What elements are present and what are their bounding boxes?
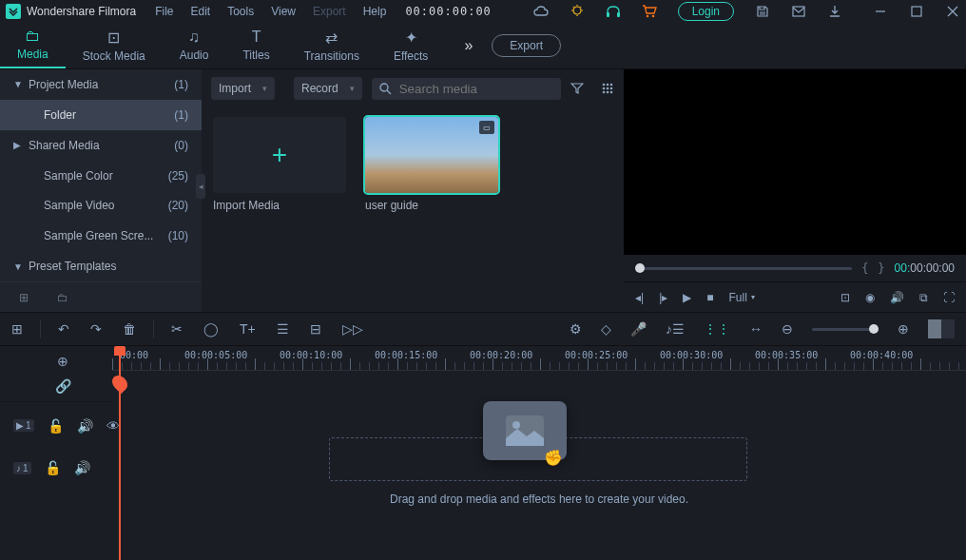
sidebar-item-preset-templates[interactable]: ▼Preset Templates xyxy=(0,251,202,281)
snapshot-icon[interactable]: ◉ xyxy=(865,291,875,304)
tl-options-icon[interactable]: ⊞ xyxy=(11,321,23,337)
add-track-icon[interactable]: ⊕ xyxy=(57,354,68,369)
stock-icon: ⊡ xyxy=(107,29,120,47)
video-badge-icon: ▭ xyxy=(479,121,494,134)
media-sidebar: ▼Project Media(1) Folder(1) ▶Shared Medi… xyxy=(0,69,202,312)
timeline-drop-zone[interactable]: ✊ Drag and drop media and effects here t… xyxy=(112,401,966,489)
download-icon[interactable] xyxy=(827,4,842,19)
tabs-more-icon[interactable]: » xyxy=(464,37,473,54)
chevron-down-icon: ▾ xyxy=(262,84,267,93)
timeline-body[interactable]: 00:00 00:00:05:00 00:00:10:00 00:00:15:0… xyxy=(112,346,966,560)
filter-icon[interactable] xyxy=(570,82,584,95)
menu-tools[interactable]: Tools xyxy=(227,5,254,18)
mute-icon[interactable]: 🔊 xyxy=(77,418,93,434)
sidebar-item-shared-media[interactable]: ▶Shared Media(0) xyxy=(0,130,202,161)
tab-effects[interactable]: ✦Effects xyxy=(377,22,445,68)
mute-icon[interactable]: 🔊 xyxy=(74,460,90,475)
import-dropdown[interactable]: Import▾ xyxy=(211,77,275,100)
svg-point-15 xyxy=(607,91,609,94)
save-icon[interactable] xyxy=(755,4,770,19)
audio-track-header[interactable]: ♪1 🔓 🔊 xyxy=(0,449,112,487)
zoom-out-icon[interactable]: ⊖ xyxy=(782,321,793,337)
media-clip-tile[interactable]: ▭ user guide xyxy=(365,117,498,212)
lock-icon[interactable]: 🔓 xyxy=(45,460,61,475)
preview-scrubber[interactable] xyxy=(635,267,852,270)
sidebar-item-folder[interactable]: Folder(1) xyxy=(0,100,202,130)
next-frame-icon[interactable]: |▸ xyxy=(659,291,667,304)
search-input[interactable] xyxy=(399,82,553,96)
crop-icon[interactable]: ⊟ xyxy=(310,321,321,337)
sidebar-item-project-media[interactable]: ▼Project Media(1) xyxy=(0,69,202,100)
volume-icon[interactable]: 🔊 xyxy=(890,291,904,304)
tl-gear-icon[interactable]: ⚙ xyxy=(570,321,582,337)
prev-frame-icon[interactable]: ◂| xyxy=(635,291,644,304)
cloud-icon[interactable] xyxy=(533,4,549,19)
tab-transitions[interactable]: ⇄Transitions xyxy=(287,22,377,68)
minimize-icon[interactable] xyxy=(873,4,888,19)
stop-icon[interactable]: ■ xyxy=(706,291,713,304)
login-button[interactable]: Login xyxy=(678,2,734,21)
playhead[interactable] xyxy=(119,346,121,560)
auto-ripple-icon[interactable]: ⋮⋮ xyxy=(704,321,730,337)
svg-point-0 xyxy=(573,7,581,14)
menu-view[interactable]: View xyxy=(271,5,296,18)
marker-icon[interactable]: ◇ xyxy=(601,321,611,337)
tab-titles[interactable]: TTitles xyxy=(225,22,286,68)
export-button[interactable]: Export xyxy=(492,34,561,57)
video-track-header[interactable]: ▶1 🔓 🔊 👁 xyxy=(0,401,112,449)
sidebar-collapse-icon[interactable]: ◂ xyxy=(196,174,205,199)
titlebar: Wondershare Filmora File Edit Tools View… xyxy=(0,0,966,22)
tl-view-toggle[interactable] xyxy=(928,319,955,338)
svg-rect-6 xyxy=(912,7,921,16)
split-icon[interactable]: ✂ xyxy=(171,321,183,337)
menu-help[interactable]: Help xyxy=(363,5,387,18)
snap-icon[interactable]: ↔ xyxy=(749,321,763,337)
quality-dropdown[interactable]: Full▾ xyxy=(729,291,755,304)
menu-file[interactable]: File xyxy=(155,5,173,18)
adjust-icon[interactable]: ☰ xyxy=(277,321,289,337)
fullscreen-icon[interactable]: ⛶ xyxy=(943,291,955,304)
new-bin-icon[interactable]: ⊞ xyxy=(19,291,29,304)
text-add-icon[interactable]: T+ xyxy=(240,321,256,337)
redo-icon[interactable]: ↷ xyxy=(90,321,102,337)
preview-canvas[interactable] xyxy=(624,69,966,255)
grid-view-icon[interactable] xyxy=(601,82,614,95)
import-media-tile[interactable]: + Import Media xyxy=(213,117,346,212)
maximize-icon[interactable] xyxy=(909,4,924,19)
mark-out-icon[interactable]: } xyxy=(878,261,884,275)
sidebar-item-sample-color[interactable]: Sample Color(25) xyxy=(0,161,202,191)
svg-point-13 xyxy=(610,87,613,90)
zoom-in-icon[interactable]: ⊕ xyxy=(898,321,909,337)
mail-icon[interactable] xyxy=(791,4,806,19)
drop-hint-text: Drag and drop media and effects here to … xyxy=(112,492,966,506)
mark-in-icon[interactable]: { xyxy=(861,261,868,275)
tab-media[interactable]: 🗀Media xyxy=(0,22,66,68)
cart-icon[interactable] xyxy=(642,4,657,19)
play-icon[interactable]: ▶ xyxy=(683,291,691,304)
record-dropdown[interactable]: Record▾ xyxy=(294,77,362,100)
voiceover-icon[interactable]: 🎤 xyxy=(630,321,647,337)
tab-stock-media[interactable]: ⊡Stock Media xyxy=(66,22,163,68)
lightbulb-icon[interactable] xyxy=(570,4,585,19)
audio-track-icon: ♪ xyxy=(16,463,21,473)
speed-icon[interactable]: ▷▷ xyxy=(342,321,363,337)
close-icon[interactable] xyxy=(945,4,960,19)
undo-icon[interactable]: ↶ xyxy=(58,321,69,337)
sidebar-item-sample-video[interactable]: Sample Video(20) xyxy=(0,191,202,222)
tab-audio[interactable]: ♫Audio xyxy=(163,22,226,68)
zoom-slider[interactable] xyxy=(812,328,879,331)
headset-icon[interactable] xyxy=(606,4,621,19)
menu-edit[interactable]: Edit xyxy=(191,5,211,18)
tag-icon[interactable]: ◯ xyxy=(203,321,219,337)
link-icon[interactable]: 🔗 xyxy=(55,378,71,394)
panel-tabs: 🗀Media ⊡Stock Media ♫Audio TTitles ⇄Tran… xyxy=(0,22,966,69)
new-folder-icon[interactable]: 🗀 xyxy=(57,291,68,304)
svg-point-3 xyxy=(646,14,648,17)
audio-mixer-icon[interactable]: ♪☰ xyxy=(666,321,685,337)
display-icon[interactable]: ⊡ xyxy=(840,291,850,304)
sidebar-item-sample-green[interactable]: Sample Green Scre...(10) xyxy=(0,221,202,251)
lock-icon[interactable]: 🔓 xyxy=(48,418,64,434)
timeline-ruler[interactable]: 00:00 00:00:05:00 00:00:10:00 00:00:15:0… xyxy=(112,346,966,371)
delete-icon[interactable]: 🗑 xyxy=(123,321,136,337)
compare-icon[interactable]: ⧉ xyxy=(919,291,928,304)
